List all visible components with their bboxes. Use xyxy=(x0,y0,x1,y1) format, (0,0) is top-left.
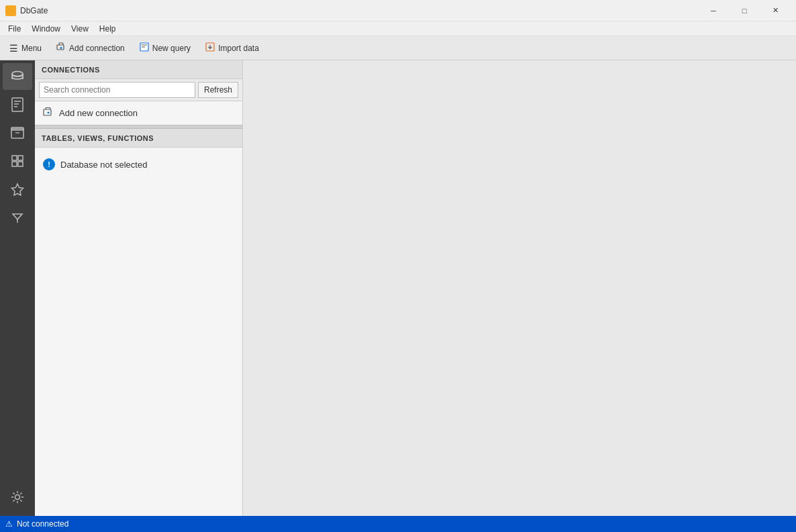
status-text: Not connected xyxy=(17,519,68,529)
search-input[interactable] xyxy=(39,82,195,98)
menu-view[interactable]: View xyxy=(66,23,94,35)
close-button[interactable]: ✕ xyxy=(760,0,791,21)
add-connection-item-icon xyxy=(43,107,54,119)
import-data-label: Import data xyxy=(218,44,259,53)
status-icon: ⚠ xyxy=(5,519,13,529)
db-not-selected-text: Database not selected xyxy=(60,160,147,170)
search-row: Refresh xyxy=(35,79,242,101)
title-bar: DbGate ─ □ ✕ xyxy=(0,0,796,21)
sidebar-item-filter[interactable] xyxy=(3,204,32,231)
connections-list: Add new connection xyxy=(35,101,242,125)
tables-section: TABLES, VIEWS, FUNCTIONS ! Database not … xyxy=(35,129,242,516)
window-controls: ─ □ ✕ xyxy=(698,0,791,21)
tables-title: TABLES, VIEWS, FUNCTIONS xyxy=(42,134,154,142)
db-not-selected: ! Database not selected xyxy=(40,153,237,176)
left-panel: CONNECTIONS Refresh Add new connection xyxy=(35,60,243,516)
menu-file[interactable]: File xyxy=(3,23,26,35)
new-query-icon xyxy=(140,42,149,54)
content-area xyxy=(243,60,796,516)
sidebar-item-settings[interactable] xyxy=(3,484,32,511)
svg-rect-11 xyxy=(18,162,23,166)
sidebar-item-query[interactable] xyxy=(3,91,32,118)
add-connection-label: Add connection xyxy=(69,44,125,53)
menu-label: Menu xyxy=(21,44,42,53)
title-bar-left: DbGate xyxy=(5,5,48,16)
connections-section: CONNECTIONS Refresh Add new connection xyxy=(35,60,242,125)
sidebar-item-archive[interactable] xyxy=(3,119,32,146)
app-title: DbGate xyxy=(20,6,48,15)
main-layout: CONNECTIONS Refresh Add new connection xyxy=(0,60,796,516)
svg-point-0 xyxy=(6,7,15,11)
svg-rect-1 xyxy=(57,45,64,50)
svg-point-12 xyxy=(15,495,20,500)
import-data-button[interactable]: Import data xyxy=(199,39,266,58)
new-query-label: New query xyxy=(152,44,191,53)
add-new-label: Add new connection xyxy=(59,108,138,118)
svg-rect-8 xyxy=(12,156,17,160)
minimize-button[interactable]: ─ xyxy=(698,0,729,21)
new-query-button[interactable]: New query xyxy=(133,39,197,58)
menu-bar: File Window View Help xyxy=(0,21,796,36)
menu-window[interactable]: Window xyxy=(26,23,66,35)
connections-title: CONNECTIONS xyxy=(42,66,100,74)
svg-rect-5 xyxy=(12,98,23,111)
add-new-connection-item[interactable]: Add new connection xyxy=(35,101,242,125)
side-icons xyxy=(0,60,35,516)
maximize-button[interactable]: □ xyxy=(729,0,760,21)
menu-help[interactable]: Help xyxy=(94,23,121,35)
sidebar-item-favorites[interactable] xyxy=(3,176,32,203)
add-connection-button[interactable]: Add connection xyxy=(50,39,132,58)
menu-button[interactable]: ☰ Menu xyxy=(3,39,48,58)
add-connection-icon xyxy=(56,42,66,54)
tables-header: TABLES, VIEWS, FUNCTIONS xyxy=(35,129,242,148)
app-icon xyxy=(5,5,16,16)
svg-rect-9 xyxy=(18,156,23,160)
sidebar-item-plugins[interactable] xyxy=(3,148,32,174)
menu-icon: ☰ xyxy=(9,43,18,54)
refresh-button[interactable]: Refresh xyxy=(198,82,238,98)
import-data-icon xyxy=(205,42,215,54)
tables-list: ! Database not selected xyxy=(35,148,242,516)
toolbar: ☰ Menu Add connection New query xyxy=(0,36,796,60)
sidebar-item-connections[interactable] xyxy=(3,63,32,90)
info-icon: ! xyxy=(43,158,55,170)
svg-rect-10 xyxy=(12,162,17,166)
status-bar: ⚠ Not connected xyxy=(0,516,796,532)
connections-header: CONNECTIONS xyxy=(35,60,242,79)
